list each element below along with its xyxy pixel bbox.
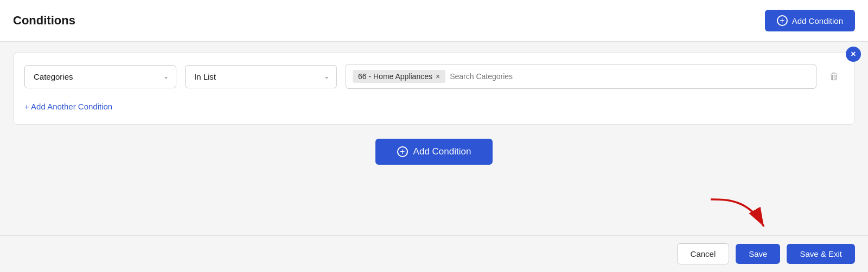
- delete-condition-button[interactable]: 🗑: [825, 69, 844, 85]
- add-another-condition-button[interactable]: + Add Another Condition: [24, 100, 112, 113]
- page-header: Conditions + Add Condition: [0, 0, 868, 42]
- center-add-condition-area: + Add Condition: [13, 133, 855, 170]
- tag-item: 66 - Home Appliances ×: [353, 70, 445, 83]
- close-condition-button[interactable]: ×: [846, 47, 861, 62]
- add-another-condition-label: + Add Another Condition: [24, 102, 112, 111]
- footer: Cancel Save Save & Exit: [0, 235, 868, 272]
- add-condition-header-label: Add Condition: [792, 16, 843, 25]
- add-condition-center-label: Add Condition: [413, 146, 471, 157]
- tag-label: 66 - Home Appliances: [358, 72, 432, 81]
- operator-select-wrapper: In List Not In List Equals Contains ⌄: [185, 65, 337, 88]
- search-categories-input[interactable]: [450, 72, 809, 81]
- tags-input-container[interactable]: 66 - Home Appliances ×: [346, 64, 816, 89]
- condition-row: Categories Price Brand Rating ⌄ In List …: [24, 64, 844, 89]
- category-select-wrapper: Categories Price Brand Rating ⌄: [24, 65, 176, 88]
- tag-remove-button[interactable]: ×: [436, 73, 440, 80]
- operator-select[interactable]: In List Not In List Equals Contains: [185, 65, 337, 88]
- main-content: × Categories Price Brand Rating ⌄ I: [0, 42, 868, 235]
- page-title: Conditions: [13, 14, 75, 28]
- circle-plus-center-icon: +: [397, 146, 408, 157]
- save-exit-button[interactable]: Save & Exit: [787, 244, 855, 264]
- circle-plus-icon: +: [777, 15, 788, 26]
- condition-card: × Categories Price Brand Rating ⌄ I: [13, 53, 855, 125]
- cancel-button[interactable]: Cancel: [677, 243, 730, 264]
- add-condition-center-button[interactable]: + Add Condition: [375, 139, 493, 165]
- add-condition-header-button[interactable]: + Add Condition: [765, 10, 855, 31]
- category-select[interactable]: Categories Price Brand Rating: [24, 65, 176, 88]
- save-button[interactable]: Save: [736, 244, 780, 264]
